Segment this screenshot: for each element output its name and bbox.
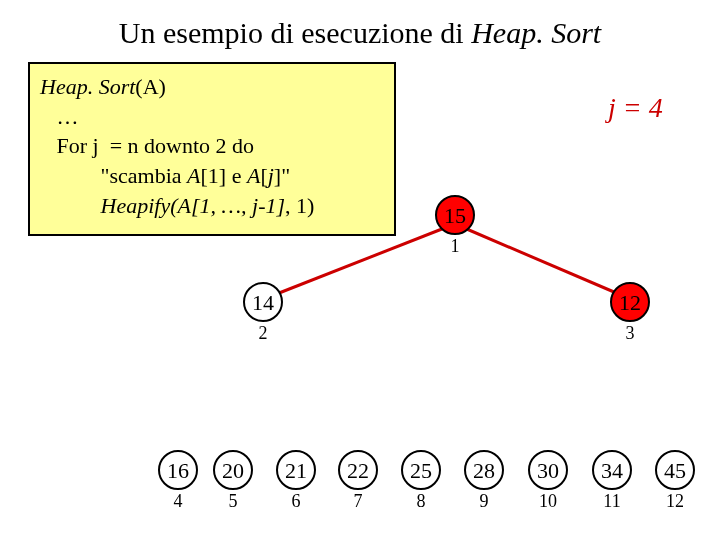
node-6-index: 6 <box>281 491 311 512</box>
node-8-value: 25 <box>404 458 438 484</box>
node-4-index: 4 <box>163 491 193 512</box>
node-2-index: 2 <box>248 323 278 344</box>
edge-1-3 <box>462 227 621 295</box>
node-5-index: 5 <box>218 491 248 512</box>
node-1-index: 1 <box>440 236 470 257</box>
node-7-value: 22 <box>341 458 375 484</box>
edge-1-2 <box>274 227 447 295</box>
node-4-value: 16 <box>161 458 195 484</box>
node-9-value: 28 <box>467 458 501 484</box>
node-3-value: 12 <box>613 290 647 316</box>
node-5-value: 20 <box>216 458 250 484</box>
node-12-index: 12 <box>660 491 690 512</box>
node-10-index: 10 <box>533 491 563 512</box>
node-10-value: 30 <box>531 458 565 484</box>
node-1-value: 15 <box>438 203 472 229</box>
node-11-index: 11 <box>597 491 627 512</box>
node-8-index: 8 <box>406 491 436 512</box>
node-7-index: 7 <box>343 491 373 512</box>
node-12-value: 45 <box>658 458 692 484</box>
node-9-index: 9 <box>469 491 499 512</box>
node-3-index: 3 <box>615 323 645 344</box>
node-2-value: 14 <box>246 290 280 316</box>
node-11-value: 34 <box>595 458 629 484</box>
node-6-value: 21 <box>279 458 313 484</box>
